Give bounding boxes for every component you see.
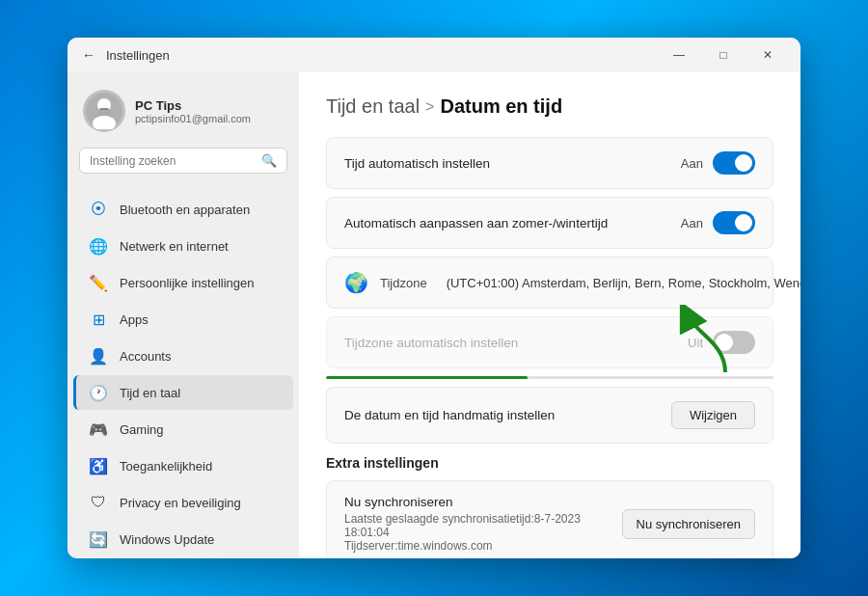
sidebar-item-update[interactable]: 🔄 Windows Update — [73, 522, 293, 556]
title-bar: ← Instellingen — □ ✕ — [68, 38, 800, 72]
profile-info: PC Tips pctipsinfo01@gmail.com — [135, 98, 251, 124]
sidebar-item-privacy[interactable]: 🛡 Privacy en beveiliging — [73, 485, 293, 520]
timezone-label: Tijdzone — [380, 276, 427, 290]
manual-time-row: De datum en tijd handmatig instellen Wij… — [326, 387, 773, 444]
sidebar-item-gaming[interactable]: 🎮 Gaming — [73, 412, 293, 447]
toggle-thumb — [735, 154, 752, 172]
sync-detail-2: Tijdserver:time.windows.com — [344, 539, 622, 553]
breadcrumb-separator: > — [425, 98, 434, 116]
timezone-icon: 🌍 — [344, 271, 368, 294]
accessibility-icon: ♿ — [89, 456, 108, 475]
apps-icon: ⊞ — [89, 310, 108, 329]
sidebar-item-label: Windows Update — [120, 532, 214, 547]
svg-rect-4 — [97, 110, 111, 116]
auto-timezone-label: Tijdzone automatisch instellen — [344, 336, 518, 350]
sidebar-item-personalization[interactable]: ✏️ Persoonlijke instellingen — [73, 265, 293, 300]
auto-summer-toggle[interactable] — [713, 211, 755, 234]
search-box[interactable]: 🔍 — [79, 148, 287, 174]
auto-time-row: Tijd automatisch instellen Aan — [326, 137, 773, 189]
progress-bar-wrapper — [326, 376, 773, 379]
sidebar-item-label: Persoonlijke instellingen — [120, 276, 254, 290]
auto-time-value: Aan — [681, 156, 703, 171]
sync-button[interactable]: Nu synchroniseren — [622, 509, 755, 539]
accounts-icon: 👤 — [89, 346, 108, 366]
sidebar-item-accounts[interactable]: 👤 Accounts — [73, 339, 293, 373]
auto-timezone-toggle[interactable] — [713, 331, 755, 354]
auto-time-right: Aan — [681, 151, 755, 175]
search-input[interactable] — [90, 154, 256, 168]
sidebar-item-label: Tijd en taal — [120, 386, 180, 400]
toggle-thumb-2 — [735, 214, 752, 231]
avatar — [83, 90, 125, 132]
title-bar-title: Instellingen — [106, 48, 658, 63]
maximize-button[interactable]: □ — [702, 40, 745, 70]
auto-timezone-wrapper: Tijdzone automatisch instellen Uit — [326, 316, 773, 379]
profile-name: PC Tips — [135, 98, 251, 113]
auto-timezone-row: Tijdzone automatisch instellen Uit — [326, 316, 773, 368]
sidebar-item-label: Privacy en beveiliging — [120, 496, 241, 510]
search-icon: 🔍 — [261, 153, 277, 168]
toggle-thumb-3 — [716, 334, 733, 351]
sidebar-item-label: Toegankelijkheid — [120, 459, 212, 474]
sidebar-item-network[interactable]: 🌐 Netwerk en internet — [73, 229, 293, 263]
auto-summer-row: Automatisch aanpassen aan zomer-/wintert… — [326, 197, 773, 249]
auto-time-toggle[interactable] — [713, 151, 755, 175]
sidebar-item-bluetooth[interactable]: ⦿ Bluetooth en apparaten — [73, 192, 293, 227]
auto-summer-value: Aan — [681, 216, 703, 230]
gaming-icon: 🎮 — [89, 420, 108, 439]
auto-timezone-right: Uit — [688, 331, 755, 354]
manual-time-label: De datum en tijd handmatig instellen — [344, 408, 555, 422]
bluetooth-icon: ⦿ — [89, 200, 108, 219]
timezone-select[interactable]: (UTC+01:00) Amsterdam, Berlijn, Bern, Ro… — [447, 276, 800, 290]
auto-summer-right: Aan — [681, 211, 755, 234]
privacy-icon: 🛡 — [89, 493, 108, 512]
sync-title: Nu synchroniseren — [344, 495, 622, 509]
timezone-row: 🌍 Tijdzone (UTC+01:00) Amsterdam, Berlij… — [326, 257, 773, 309]
minimize-button[interactable]: — — [658, 40, 700, 70]
sidebar-item-accessibility[interactable]: ♿ Toegankelijkheid — [73, 448, 293, 483]
sidebar-item-label: Bluetooth en apparaten — [120, 203, 250, 217]
back-button[interactable]: ← — [79, 45, 98, 65]
breadcrumb-current: Datum en tijd — [440, 95, 562, 118]
sidebar-item-label: Gaming — [120, 422, 164, 437]
profile-email: pctipsinfo01@gmail.com — [135, 113, 251, 124]
sidebar-item-time[interactable]: 🕐 Tijd en taal — [73, 375, 293, 410]
time-icon: 🕐 — [89, 383, 108, 402]
personalization-icon: ✏️ — [89, 273, 108, 292]
sidebar-item-label: Apps — [120, 312, 149, 327]
auto-timezone-value: Uit — [688, 336, 703, 350]
main-panel: Tijd en taal > Datum en tijd Tijd automa… — [299, 72, 800, 558]
settings-window: ← Instellingen — □ ✕ — [68, 38, 800, 558]
extra-settings-header: Extra instellingen — [326, 455, 773, 471]
breadcrumb-parent: Tijd en taal — [326, 95, 420, 118]
main-content: PC Tips pctipsinfo01@gmail.com 🔍 ⦿ Bluet… — [68, 72, 800, 558]
wijzigen-button[interactable]: Wijzigen — [671, 401, 755, 429]
auto-time-label: Tijd automatisch instellen — [344, 156, 490, 171]
sidebar-item-label: Accounts — [120, 349, 171, 364]
sync-detail-1: Laatste geslaagde synchronisatietijd:8-7… — [344, 512, 622, 539]
window-controls: — □ ✕ — [658, 40, 789, 70]
sidebar: PC Tips pctipsinfo01@gmail.com 🔍 ⦿ Bluet… — [68, 72, 299, 558]
progress-bar-fill — [326, 376, 528, 379]
auto-summer-label: Automatisch aanpassen aan zomer-/wintert… — [344, 216, 608, 230]
sidebar-item-apps[interactable]: ⊞ Apps — [73, 302, 293, 337]
sidebar-item-label: Netwerk en internet — [120, 239, 229, 254]
update-icon: 🔄 — [89, 529, 108, 549]
profile-section: PC Tips pctipsinfo01@gmail.com — [68, 80, 299, 148]
sync-info: Nu synchroniseren Laatste geslaagde sync… — [344, 495, 622, 553]
network-icon: 🌐 — [89, 236, 108, 256]
breadcrumb: Tijd en taal > Datum en tijd — [326, 95, 773, 118]
sync-row: Nu synchroniseren Laatste geslaagde sync… — [326, 480, 773, 558]
close-button[interactable]: ✕ — [746, 40, 789, 70]
